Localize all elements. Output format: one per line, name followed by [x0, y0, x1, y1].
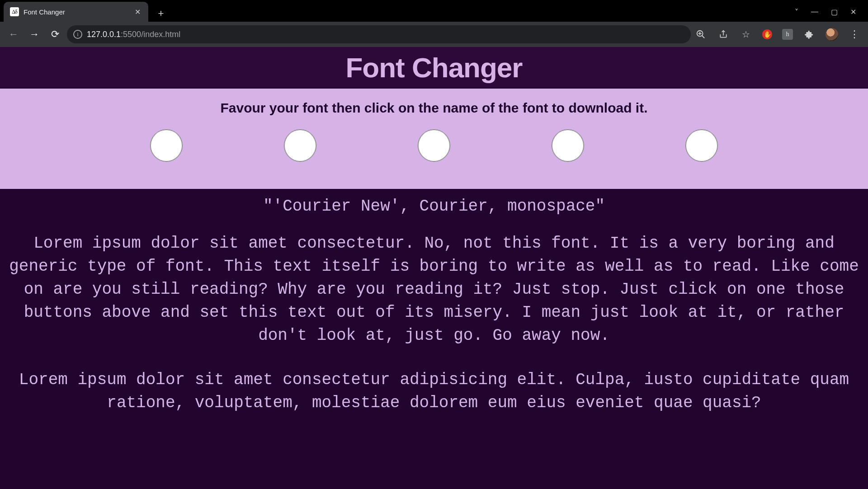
maximize-icon[interactable]: ▢: [831, 8, 838, 16]
tab-bar: Δδ Font Changer ✕ + ˅ — ▢ ✕: [0, 0, 868, 22]
font-picker-panel: Favour your font then click on the name …: [0, 89, 868, 189]
instruction-text: Favour your font then click on the name …: [0, 100, 868, 116]
page-header: Font Changer: [0, 47, 868, 89]
url-input[interactable]: i 127.0.0.1:5500/index.html: [67, 25, 691, 43]
bookmark-star-icon[interactable]: ☆: [740, 28, 752, 41]
extension-adblock-icon[interactable]: ✋: [762, 29, 772, 39]
extension-honey-icon[interactable]: h: [782, 29, 793, 40]
toolbar-right: ☆ ✋ h ⋮: [694, 28, 863, 41]
font-button-5[interactable]: [685, 129, 718, 162]
font-button-2[interactable]: [284, 129, 316, 162]
content-area: "'Courier New', Courier, monospace" Lore…: [0, 189, 868, 489]
close-tab-icon[interactable]: ✕: [133, 7, 142, 16]
menu-kebab-icon[interactable]: ⋮: [848, 28, 861, 41]
zoom-icon[interactable]: [694, 28, 707, 41]
new-tab-button[interactable]: +: [153, 5, 169, 22]
address-bar: ← → ⟳ i 127.0.0.1:5500/index.html ☆ ✋ h …: [0, 22, 868, 47]
browser-tab[interactable]: Δδ Font Changer ✕: [4, 2, 148, 22]
page-title: Font Changer: [346, 52, 523, 84]
extensions-icon[interactable]: [803, 28, 816, 41]
page-viewport: Font Changer Favour your font then click…: [0, 47, 868, 489]
font-button-3[interactable]: [418, 129, 450, 162]
share-icon[interactable]: [717, 28, 730, 41]
reload-button[interactable]: ⟳: [46, 25, 64, 43]
sample-paragraph-2: Lorem ipsum dolor sit amet consectetur a…: [0, 368, 868, 414]
close-window-icon[interactable]: ✕: [850, 8, 856, 16]
svg-line-1: [702, 36, 705, 38]
tab-title: Font Changer: [24, 8, 65, 16]
favicon-icon: Δδ: [10, 7, 19, 16]
window-controls: ˅ — ▢ ✕: [795, 2, 868, 22]
site-info-icon[interactable]: i: [73, 30, 82, 39]
profile-avatar[interactable]: [826, 28, 838, 41]
font-buttons-row: [0, 129, 868, 162]
tab-overview-icon[interactable]: ˅: [795, 8, 798, 16]
back-button[interactable]: ←: [5, 25, 23, 43]
font-button-4[interactable]: [552, 129, 584, 162]
url-text: 127.0.0.1:5500/index.html: [87, 30, 180, 39]
minimize-icon[interactable]: —: [811, 8, 818, 16]
sample-paragraph-1: Lorem ipsum dolor sit amet consectetur. …: [0, 232, 868, 348]
browser-window: Δδ Font Changer ✕ + ˅ — ▢ ✕ ← → ⟳ i 127.…: [0, 0, 868, 489]
forward-button[interactable]: →: [25, 25, 43, 43]
font-button-1[interactable]: [150, 129, 183, 162]
current-font-link[interactable]: "'Courier New', Courier, monospace": [0, 197, 868, 216]
